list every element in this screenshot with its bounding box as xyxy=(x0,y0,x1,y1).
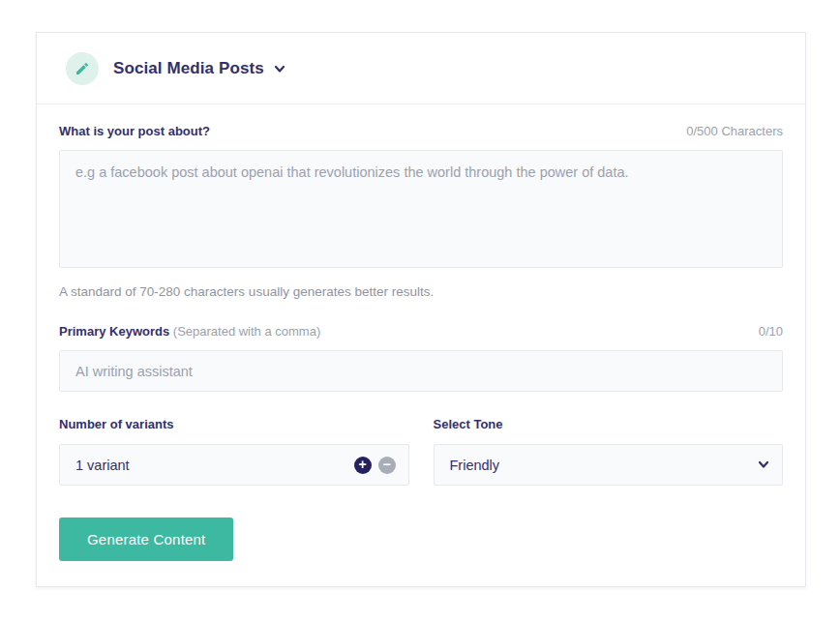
tone-field: Select Tone Friendly xyxy=(434,417,784,486)
variants-stepper-buttons: + − xyxy=(354,457,396,474)
tone-label: Select Tone xyxy=(434,417,784,431)
keywords-label: Primary Keywords (Separated with a comma… xyxy=(59,324,320,339)
increment-variant-button[interactable]: + xyxy=(354,457,372,474)
chevron-down-icon xyxy=(758,458,769,473)
decrement-variant-button[interactable]: − xyxy=(378,457,396,474)
chevron-down-icon[interactable] xyxy=(274,63,285,74)
keywords-label-hint: (Separated with a comma) xyxy=(173,324,320,339)
keywords-label-row: Primary Keywords (Separated with a comma… xyxy=(59,324,783,339)
variants-label: Number of variants xyxy=(59,417,409,431)
pencil-icon xyxy=(66,52,99,85)
tone-selected-value: Friendly xyxy=(450,458,500,473)
content-generator-card: Social Media Posts What is your post abo… xyxy=(36,32,806,587)
post-character-counter: 0/500 Characters xyxy=(686,124,783,138)
post-helper-text: A standard of 70-280 characters usually … xyxy=(59,284,783,299)
post-description-textarea[interactable] xyxy=(59,150,783,268)
keywords-input[interactable] xyxy=(59,350,783,392)
variants-value: 1 variant xyxy=(75,458,130,473)
generate-content-button[interactable]: Generate Content xyxy=(59,518,233,561)
keywords-label-strong: Primary Keywords xyxy=(59,324,169,339)
card-header: Social Media Posts xyxy=(37,33,805,104)
variants-field: Number of variants 1 variant + − xyxy=(59,417,409,486)
variants-stepper: 1 variant + − xyxy=(59,444,409,486)
keywords-counter: 0/10 xyxy=(759,324,783,339)
card-body: What is your post about? 0/500 Character… xyxy=(37,104,805,561)
tone-select[interactable]: Friendly xyxy=(434,444,784,486)
template-title: Social Media Posts xyxy=(113,59,264,78)
post-label: What is your post about? xyxy=(59,124,210,138)
post-label-row: What is your post about? 0/500 Character… xyxy=(59,124,783,138)
